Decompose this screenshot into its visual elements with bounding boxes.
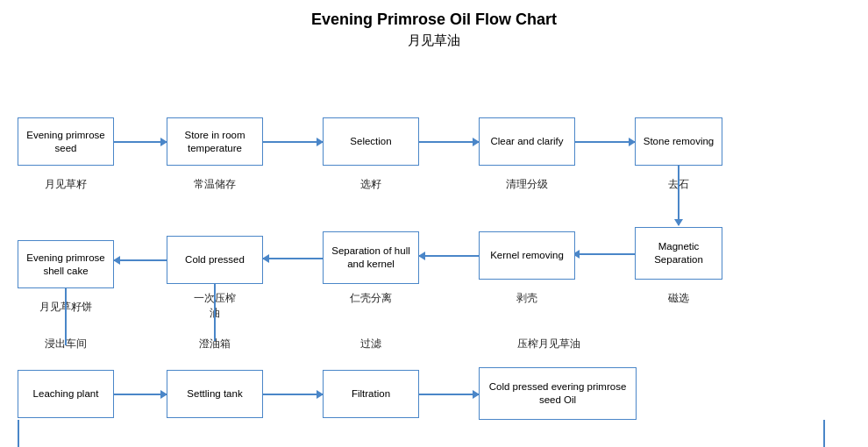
box-selection: Selection [323, 117, 419, 166]
arrow-settle-filter [263, 394, 323, 395]
arrow-kernel-sep [419, 255, 479, 257]
sub-title: 月见草油 [0, 32, 868, 49]
arrow-4-5 [575, 141, 635, 143]
label-store-room: 常温储存 [167, 177, 263, 192]
border-left-vert [18, 420, 19, 447]
box-store-room: Store in room temperature [167, 117, 263, 166]
box-magnetic-sep: Magnetic Separation [635, 227, 722, 280]
arrow-magnetic-kernel [573, 253, 635, 255]
border-right-vert [823, 420, 825, 447]
arrow-3-4 [419, 141, 479, 143]
label-evening-seed: 月见草籽 [18, 177, 114, 192]
box-evening-seed: Evening primrose seed [18, 117, 114, 166]
label-cold-pressed-oil-area: 压榨月见草油 [479, 337, 619, 351]
arrow-2-3 [263, 141, 323, 143]
arrow-shell-leach-v [65, 288, 67, 345]
box-filtration: Filtration [323, 370, 419, 418]
arrow-sep-cold [263, 258, 323, 259]
flowchart: Evening primrose seed 月见草籽 Store in room… [0, 56, 868, 447]
box-evening-shell: Evening primrose shell cake [18, 240, 114, 288]
box-separation-hull: Separation of hull and kernel [323, 231, 419, 284]
box-cold-pressed: Cold pressed [167, 236, 263, 284]
arrow-leach-settle [114, 394, 167, 395]
label-selection: 选籽 [323, 177, 419, 192]
box-leaching-plant: Leaching plant [18, 370, 114, 418]
arrow-cold-down [214, 284, 216, 341]
box-stone-removing: Stone removing [635, 117, 722, 166]
arrow-stone-down [678, 166, 679, 225]
arrow-cold-shell [114, 259, 167, 261]
label-separation-hull: 仁壳分离 [323, 291, 419, 306]
label-magnetic-sep: 磁选 [635, 291, 722, 306]
label-filtration-area: 过滤 [323, 337, 419, 351]
box-settling-tank: Settling tank [167, 370, 263, 418]
label-clear-clarify: 清理分级 [479, 177, 575, 192]
arrow-filter-oil [419, 394, 479, 395]
box-kernel-removing: Kernel removing [479, 231, 575, 280]
box-clear-clarify: Clear and clarify [479, 117, 575, 166]
arrow-1-2 [114, 141, 167, 143]
box-cold-pressed-oil: Cold pressed evering primrose seed Oil [479, 367, 637, 420]
label-kernel-removing: 剥壳 [479, 291, 575, 306]
main-title: Evening Primrose Oil Flow Chart [0, 0, 868, 29]
